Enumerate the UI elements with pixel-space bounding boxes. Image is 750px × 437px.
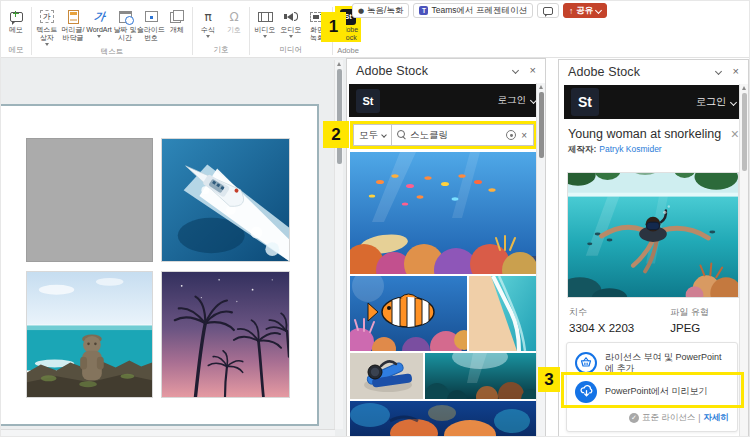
pane-title: Adobe Stock: [356, 64, 428, 78]
scroll-up-icon: [539, 85, 543, 89]
result-thumbnail-blurred-fish[interactable]: [350, 401, 536, 437]
audio-button[interactable]: 오디오: [278, 6, 304, 38]
visual-search-icon[interactable]: [506, 130, 516, 140]
ribbon-group-symbols: π 수식 Ω 기호 기호: [195, 6, 247, 56]
stock-pane-scrollbar-thumb[interactable]: [539, 92, 544, 158]
editor-scrollbar-thumb[interactable]: [337, 69, 342, 164]
comment-plus-icon: [10, 12, 23, 22]
comments-button[interactable]: [537, 3, 559, 18]
group-label: Adobe: [335, 45, 361, 56]
result-thumbnail-coral-reef[interactable]: [350, 152, 536, 274]
chevron-down-icon[interactable]: [715, 68, 722, 75]
equation-icon: π: [204, 10, 211, 24]
share-button[interactable]: ↑ 공유: [563, 3, 607, 18]
slide-image-speedboat[interactable]: [161, 138, 290, 262]
wordart-button[interactable]: 가 WordArt: [86, 6, 112, 38]
stock-brand-bar: St 로그인: [349, 84, 543, 117]
close-detail-icon[interactable]: ×: [731, 127, 739, 141]
callout-step-1: 1: [321, 12, 346, 42]
comment-icon: [543, 7, 553, 15]
slide-image-placeholder[interactable]: [26, 138, 153, 262]
login-button[interactable]: 로그인: [498, 94, 537, 107]
new-comment-button[interactable]: 메모: [3, 6, 29, 34]
group-separator: [192, 7, 193, 55]
record-toggle-button[interactable]: ● 녹음/녹화: [352, 3, 409, 18]
pane-header: Adobe Stock ×: [347, 59, 545, 82]
symbol-button[interactable]: Ω 기호: [221, 6, 247, 34]
textbox-button[interactable]: 가 텍스트 상자: [34, 6, 60, 46]
callout-step-2: 2: [323, 121, 349, 148]
document-icon: [68, 10, 79, 24]
license-text: 표준 라이선스: [642, 412, 695, 424]
detail-pane-scrollbar-thumb[interactable]: [742, 93, 747, 171]
result-thumbnail-striped-fish[interactable]: [350, 276, 467, 351]
video-button[interactable]: 비디오: [252, 6, 278, 38]
slide-image-palm-dusk[interactable]: [161, 271, 290, 398]
chevron-down-icon[interactable]: [512, 67, 519, 74]
powerpoint-window: 메모 메모 가 텍스트 상자 머리글/바닥글: [0, 0, 750, 437]
check-icon: ✓: [629, 413, 639, 423]
adobe-stock-detail-pane: Adobe Stock × St 로그인 Young woman at snor…: [558, 59, 749, 437]
cart-icon: [575, 352, 597, 374]
close-icon[interactable]: ×: [530, 65, 536, 76]
present-in-teams-button[interactable]: T Teams에서 프레젠테이션: [413, 3, 532, 18]
detail-pane-scrollbar[interactable]: [739, 84, 748, 437]
login-button[interactable]: 로그인: [696, 95, 736, 109]
slide-image-statue-beach[interactable]: [26, 271, 153, 398]
filetype-spec: 파일 유형 JPEG: [670, 306, 709, 334]
result-thumbnail-dark-reef[interactable]: [425, 353, 536, 399]
editor-scrollbar[interactable]: [334, 60, 343, 429]
scroll-up-icon: [742, 86, 746, 90]
asset-preview-image: [567, 172, 739, 298]
group-label: 텍스트: [34, 46, 190, 58]
record-dot-icon: ●: [358, 7, 364, 15]
slide-number-button[interactable]: 슬라이드 번호: [138, 6, 164, 42]
ribbon-group-text: 가 텍스트 상자 머리글/바닥글 가 WordArt: [34, 6, 190, 56]
chevron-down-icon: [381, 132, 387, 138]
search-query-text: 스노클링: [410, 129, 448, 142]
video-icon: [258, 12, 273, 22]
license-details-link[interactable]: 자세히: [704, 412, 730, 424]
asset-specs: 치수 3304 X 2203 파일 유형 JPEG: [569, 306, 709, 334]
stock-search-bar: 모두 스노클링 ×: [350, 121, 537, 149]
group-separator: [31, 7, 32, 55]
share-arrow-icon: ↑: [569, 6, 573, 16]
equation-button[interactable]: π 수식: [195, 6, 221, 38]
omega-icon: Ω: [229, 10, 238, 24]
asset-actions-card: 라이선스 부여 및 PowerPoint에 추가 PowerPoint에서 미리…: [566, 342, 738, 432]
result-thumbnail-beach-aerial[interactable]: [469, 276, 536, 351]
chevron-down-icon: [595, 7, 602, 14]
search-results: [350, 152, 536, 437]
group-separator: [249, 7, 250, 55]
object-button[interactable]: 개체: [164, 6, 190, 34]
teams-icon: T: [419, 6, 428, 15]
header-footer-button[interactable]: 머리글/바닥글: [60, 6, 86, 42]
ribbon-group-memo: 메모 메모: [3, 6, 29, 56]
quick-actions-bar: ● 녹음/녹화 T Teams에서 프레젠테이션 ↑ 공유: [352, 3, 607, 18]
close-icon[interactable]: ×: [733, 66, 739, 77]
pane-title: Adobe Stock: [568, 65, 640, 79]
chevron-down-icon: [730, 98, 737, 105]
group-label: 메모: [3, 44, 29, 56]
teams-label: Teams에서 프레젠테이션: [431, 5, 526, 17]
search-input[interactable]: 스노클링 ×: [392, 124, 534, 146]
clear-search-icon[interactable]: ×: [520, 130, 528, 141]
group-label: 미디어: [252, 44, 330, 56]
textbox-icon: 가: [40, 10, 54, 23]
preview-in-powerpoint-button[interactable]: PowerPoint에서 미리보기: [575, 377, 729, 406]
dropdown-arrow-icon: [263, 35, 267, 38]
ribbon-group-media: 비디오 오디오 화면 녹화 미디어: [252, 6, 330, 56]
result-thumbnail-snorkel-gear[interactable]: [350, 353, 423, 399]
adobe-stock-logo: St: [356, 89, 380, 113]
button-label: 메모: [9, 26, 23, 34]
pane-header: Adobe Stock ×: [559, 60, 748, 83]
date-time-button[interactable]: 날짜 및 시간: [112, 6, 138, 42]
search-filter-dropdown[interactable]: 모두: [353, 124, 392, 146]
slide-canvas[interactable]: [0, 104, 319, 426]
license-and-add-button[interactable]: 라이선스 부여 및 PowerPoint에 추가: [575, 348, 729, 377]
slide-editor-area: [1, 58, 346, 437]
stock-brand-bar: St 로그인: [564, 85, 743, 119]
record-label: 녹음/녹화: [367, 5, 403, 17]
dimensions-value: 3304 X 2203: [569, 322, 634, 334]
author-link[interactable]: Patryk Kosmider: [599, 144, 661, 156]
